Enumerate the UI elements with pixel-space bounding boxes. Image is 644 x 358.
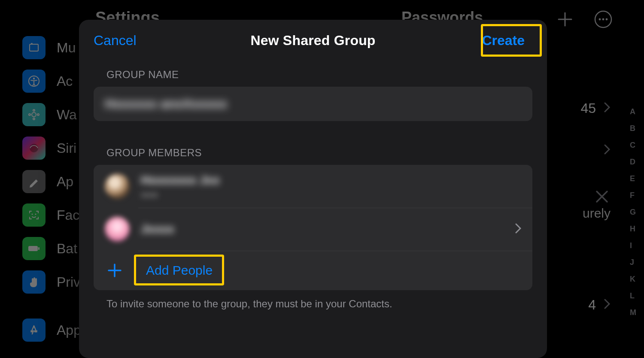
member-name: Jxxxx <box>141 222 174 236</box>
avatar <box>105 217 130 242</box>
add-people-row[interactable]: Add People <box>94 251 532 290</box>
new-shared-group-modal: Cancel New Shared Group Create GROUP NAM… <box>79 20 547 358</box>
member-subtitle: xxxx <box>141 190 220 200</box>
modal-title: New Shared Group <box>250 33 375 49</box>
members-list: Hxxxxxxx Jxx xxxx Jxxxx Add People <box>94 165 532 290</box>
chevron-right-icon <box>515 223 521 235</box>
add-people-label: Add People <box>140 261 219 279</box>
group-name-input[interactable]: Hxxxxxx anxXxxxxx <box>94 87 532 121</box>
group-name-section-label: GROUP NAME <box>79 69 547 81</box>
footer-note: To invite someone to the group, they mus… <box>79 290 547 310</box>
group-members-section-label: GROUP MEMBERS <box>79 147 547 159</box>
plus-icon <box>105 261 125 280</box>
avatar <box>105 174 130 199</box>
member-row[interactable]: Jxxxx <box>94 208 532 251</box>
create-button[interactable]: Create <box>474 29 532 52</box>
member-name: Hxxxxxxx Jxx <box>141 173 220 187</box>
group-name-value: Hxxxxxx anxXxxxxx <box>105 97 227 111</box>
member-row[interactable]: Hxxxxxxx Jxx xxxx <box>94 165 532 208</box>
cancel-button[interactable]: Cancel <box>94 33 137 49</box>
